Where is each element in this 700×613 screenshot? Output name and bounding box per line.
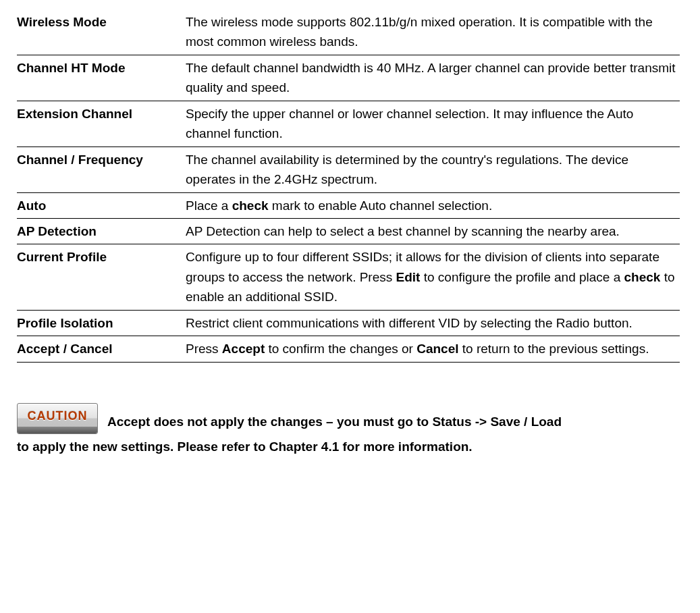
table-row: Channel HT Mode The default channel band… [17,55,680,101]
row-label: Channel HT Mode [17,55,186,101]
row-desc: Configure up to four different SSIDs; it… [186,244,680,310]
table-row: AP Detection AP Detection can help to se… [17,218,680,244]
table-row: Profile Isolation Restrict client commun… [17,310,680,336]
settings-table: Wireless Mode The wireless mode supports… [17,12,680,363]
row-desc: The default channel bandwidth is 40 MHz.… [186,55,680,101]
row-label: Extension Channel [17,101,186,146]
caution-block: CAUTION Accept does not apply the change… [17,403,680,458]
caution-text-line2: to apply the new settings. Please refer … [17,435,680,458]
row-desc: Restrict client communications with diff… [186,310,680,336]
table-row: Auto Place a check mark to enable Auto c… [17,192,680,218]
caution-badge-text: CAUTION [18,407,97,426]
row-desc: AP Detection can help to select a best c… [186,218,680,244]
row-desc: Specify the upper channel or lower chann… [186,101,680,146]
caution-icon: CAUTION [17,403,98,434]
caution-text-line1: Accept does not apply the changes – you … [107,410,562,433]
row-label: Auto [17,192,186,218]
table-row: Accept / Cancel Press Accept to confirm … [17,336,680,362]
table-row: Extension Channel Specify the upper chan… [17,101,680,146]
row-label: Current Profile [17,244,186,310]
row-label: Accept / Cancel [17,336,186,362]
row-label: Channel / Frequency [17,146,186,192]
row-label: Wireless Mode [17,12,186,55]
table-row: Channel / Frequency The channel availabi… [17,146,680,192]
table-row: Current Profile Configure up to four dif… [17,244,680,310]
row-label: AP Detection [17,218,186,244]
row-label: Profile Isolation [17,310,186,336]
row-desc: The channel availability is determined b… [186,146,680,192]
row-desc: Press Accept to confirm the changes or C… [186,336,680,362]
row-desc: The wireless mode supports 802.11b/g/n m… [186,12,680,55]
row-desc: Place a check mark to enable Auto channe… [186,192,680,218]
table-row: Wireless Mode The wireless mode supports… [17,12,680,55]
